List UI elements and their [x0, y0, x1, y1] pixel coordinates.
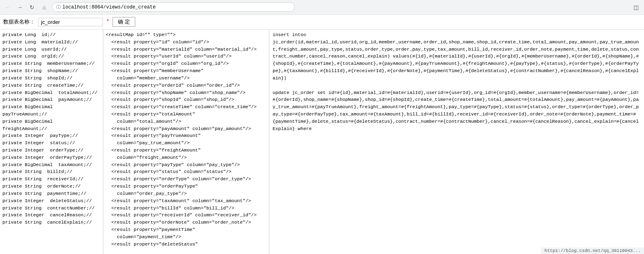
panel-middle[interactable]: <resultMap id="" type=""> <result proper… [103, 30, 269, 254]
url-text: localhost:8064/views/code_create [62, 4, 156, 10]
back-button[interactable]: ← [3, 3, 12, 12]
top-bar: 数据表名称： * 确 定 [0, 15, 644, 30]
table-name-label: 数据表名称： [3, 18, 35, 26]
insert-sql: insert into◇ jc_order(id,material_id,use… [273, 31, 641, 82]
forward-button[interactable]: → [15, 3, 24, 12]
required-star: * [106, 19, 109, 25]
panel-left[interactable]: private Long id;// private Long material… [0, 30, 103, 254]
panels: private Long id;// private Long material… [0, 30, 644, 254]
lock-icon: ⓘ [56, 4, 61, 10]
update-sql: update jc_order set id=#{id},material_id… [273, 89, 641, 132]
panel-right[interactable]: insert into◇ jc_order(id,material_id,use… [269, 30, 644, 254]
middle-code: <resultMap id="" type=""> <result proper… [106, 31, 267, 248]
left-code: private Long id;// private Long material… [2, 31, 100, 226]
browser-actions: ◫ [631, 2, 641, 12]
address-bar[interactable]: ⓘ localhost:8064/views/code_create [52, 2, 295, 12]
status-text: https://blog.csdn.net/qq_36110043... [544, 248, 641, 253]
table-name-input[interactable] [38, 18, 103, 26]
status-bar: https://blog.csdn.net/qq_36110043... [541, 248, 644, 254]
refresh-button[interactable]: ↻ [28, 3, 36, 12]
browser-chrome: ← → ↻ ⌂ ⓘ localhost:8064/views/code_crea… [0, 0, 644, 15]
confirm-button[interactable]: 确 定 [113, 17, 135, 27]
home-button[interactable]: ⌂ [40, 3, 49, 12]
extensions-button[interactable]: ◫ [631, 2, 641, 12]
main-content: 数据表名称： * 确 定 private Long id;// private … [0, 15, 644, 254]
